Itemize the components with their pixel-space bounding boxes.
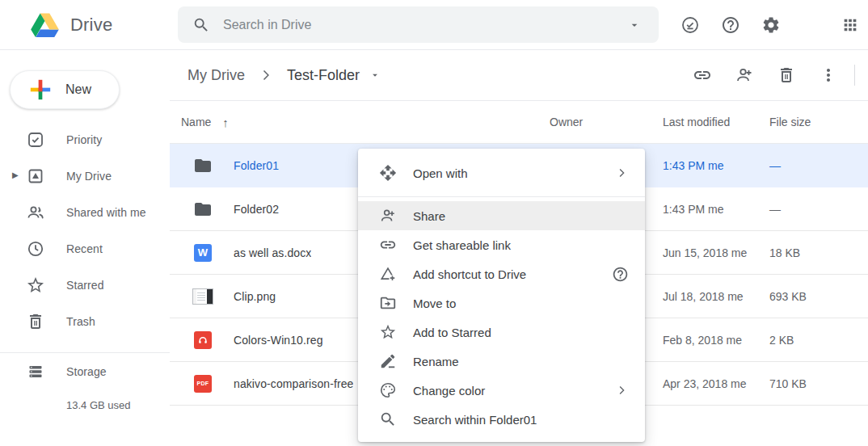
menu-item-add-shortcut[interactable]: Add shortcut to Drive (358, 259, 645, 288)
offline-ready-icon[interactable] (674, 9, 706, 41)
rename-pencil-icon (378, 352, 398, 370)
top-app-bar: Drive (0, 0, 868, 50)
search-icon (378, 410, 398, 428)
sidebar: New Priority ▶ My Drive (0, 50, 170, 446)
topbar-actions (666, 9, 868, 41)
file-name: as well as.docx (234, 246, 311, 259)
menu-item-move-to[interactable]: Move to (358, 288, 645, 318)
column-header-size[interactable]: File size (769, 116, 868, 128)
size-cell: 2 KB (769, 334, 868, 347)
modified-cell: Jun 15, 2018 me (663, 246, 769, 259)
toolbar-divider (854, 65, 855, 86)
add-shortcut-drive-icon (378, 265, 398, 283)
more-options-icon[interactable] (811, 59, 846, 91)
folder-menu-caret-icon (369, 69, 381, 81)
size-cell: — (769, 159, 868, 172)
sort-ascending-icon[interactable]: ↑ (222, 116, 229, 129)
word-document-icon: W (192, 243, 213, 263)
trash-icon (26, 312, 45, 331)
menu-item-add-to-starred[interactable]: Add to Starred (358, 318, 645, 347)
sidebar-item-label: Shared with me (66, 206, 146, 219)
column-header-owner[interactable]: Owner (550, 116, 663, 128)
storage-icon (26, 362, 45, 381)
menu-item-share[interactable]: Share (358, 201, 645, 230)
search-input[interactable] (223, 18, 623, 32)
column-header-name[interactable]: Name (181, 116, 211, 128)
google-drive-app: Drive (0, 0, 868, 446)
file-list-header: Name ↑ Owner Last modified File size (170, 101, 868, 144)
brand-name: Drive (70, 15, 112, 36)
submenu-chevron-icon (614, 166, 629, 180)
menu-item-label: Add shortcut to Drive (413, 267, 596, 281)
expand-arrow-icon[interactable]: ▶ (12, 170, 19, 179)
menu-item-open-with[interactable]: Open with (358, 154, 645, 192)
menu-item-label: Move to (413, 297, 629, 310)
help-icon[interactable] (714, 9, 747, 41)
sidebar-item-starred[interactable]: Starred (0, 267, 170, 303)
apps-grid-icon[interactable] (834, 9, 866, 41)
size-cell: 18 KB (769, 246, 868, 259)
sidebar-item-recent[interactable]: Recent (0, 230, 170, 267)
menu-item-get-shareable-link[interactable]: Get shareable link (358, 230, 645, 259)
breadcrumb-current-folder[interactable]: Test-Folder (287, 67, 381, 84)
sidebar-item-label: Storage (66, 365, 107, 378)
sidebar-item-storage[interactable]: Storage (0, 353, 170, 389)
modified-cell: Feb 8, 2018 me (663, 334, 769, 347)
search-options-caret-icon[interactable] (628, 19, 641, 32)
help-icon[interactable] (612, 266, 629, 283)
drive-triangle-logo-icon (31, 13, 59, 37)
trash-icon[interactable] (769, 59, 804, 91)
storage-used-text: 13.4 GB used (0, 399, 170, 411)
menu-item-rename[interactable]: Rename (358, 347, 645, 376)
new-button[interactable]: New (10, 70, 120, 109)
new-button-label: New (65, 82, 91, 97)
breadcrumb-separator-icon (258, 67, 274, 83)
get-link-icon (378, 236, 398, 254)
selection-toolbar (678, 59, 860, 91)
sidebar-item-shared-with-me[interactable]: Shared with me (0, 194, 170, 230)
change-color-palette-icon (378, 381, 398, 399)
sidebar-item-my-drive[interactable]: ▶ My Drive (0, 158, 170, 194)
sidebar-item-priority[interactable]: Priority (0, 121, 170, 158)
open-with-icon (378, 164, 398, 182)
move-to-folder-icon (378, 294, 398, 312)
context-menu: Open with Share Get shareable link (358, 149, 645, 442)
column-header-modified[interactable]: Last modified (663, 116, 769, 128)
search-bar[interactable] (178, 6, 659, 43)
menu-item-change-color[interactable]: Change color (358, 376, 645, 405)
pdf-icon: PDF (192, 374, 213, 393)
file-name: Colors-Win10.reg (234, 334, 323, 347)
breadcrumb-my-drive[interactable]: My Drive (188, 67, 245, 84)
menu-item-label: Get shareable link (413, 238, 629, 252)
menu-item-label: Search within Folder01 (413, 413, 629, 427)
menu-item-label: Share (413, 209, 629, 223)
search-icon[interactable] (192, 16, 210, 34)
menu-divider (358, 196, 645, 197)
my-drive-icon (26, 166, 45, 186)
size-cell: 693 KB (769, 290, 868, 303)
menu-item-label: Open with (413, 166, 599, 180)
new-plus-icon (28, 78, 53, 102)
drive-logo[interactable]: Drive (0, 13, 170, 37)
sidebar-item-label: Recent (66, 242, 103, 255)
modified-cell: 1:43 PM me (663, 203, 769, 216)
folder-icon (192, 200, 213, 219)
sidebar-nav: Priority ▶ My Drive (0, 121, 170, 339)
file-name: Folder02 (234, 203, 279, 216)
folder-header: My Drive Test-Folder (170, 50, 868, 101)
file-name: nakivo-comparison-free (234, 377, 353, 390)
size-cell: — (769, 203, 868, 216)
submenu-chevron-icon (614, 383, 629, 398)
sidebar-item-label: My Drive (66, 170, 112, 183)
breadcrumb-current-label: Test-Folder (287, 67, 360, 84)
sidebar-item-trash[interactable]: Trash (0, 303, 170, 339)
modified-cell: 1:43 PM me (663, 159, 769, 172)
registry-file-icon (192, 330, 213, 350)
file-name: Folder01 (234, 159, 279, 172)
menu-item-search-within[interactable]: Search within Folder01 (358, 405, 645, 434)
star-icon (26, 276, 45, 295)
shared-with-me-icon (26, 203, 45, 222)
share-person-add-icon[interactable] (727, 59, 762, 91)
get-link-icon[interactable] (685, 59, 720, 91)
settings-gear-icon[interactable] (755, 9, 787, 41)
